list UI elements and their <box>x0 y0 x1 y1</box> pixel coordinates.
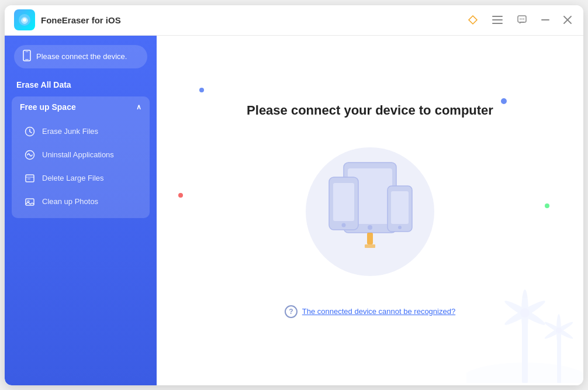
delete-large-icon <box>23 172 36 185</box>
delete-large-label: Delete Large Files <box>42 174 104 182</box>
content-area: Please connect your device to computer <box>157 36 583 385</box>
main-area: Please connect the device. Erase All Dat… <box>5 36 583 385</box>
app-title: FoneEraser for iOS <box>41 15 121 25</box>
svg-point-43 <box>556 327 562 333</box>
svg-point-9 <box>523 19 524 20</box>
svg-marker-2 <box>469 16 477 24</box>
svg-point-25 <box>368 225 372 230</box>
svg-rect-3 <box>492 16 503 17</box>
svg-rect-4 <box>492 19 503 20</box>
app-window: FoneEraser for iOS <box>5 5 583 385</box>
svg-rect-18 <box>26 175 34 182</box>
phone-icon <box>22 50 32 64</box>
app-icon <box>14 9 35 30</box>
menu-button[interactable] <box>490 13 505 26</box>
svg-point-1 <box>23 18 26 22</box>
erase-all-data-label: Erase All Data <box>5 80 157 96</box>
dot-decoration-3 <box>178 193 183 198</box>
help-link[interactable]: The connected device cannot be recognize… <box>302 307 455 316</box>
chevron-up-icon: ∧ <box>136 103 141 111</box>
svg-point-44 <box>466 363 583 383</box>
free-up-space-group: Free up Space ∧ Erase Junk Files <box>12 96 150 218</box>
title-bar-controls <box>465 12 574 27</box>
svg-rect-15 <box>26 51 29 52</box>
svg-point-22 <box>27 201 29 202</box>
help-icon: ? <box>285 305 298 318</box>
connect-button-label: Please connect the device. <box>36 52 127 61</box>
svg-point-38 <box>520 308 530 317</box>
svg-rect-21 <box>26 199 34 205</box>
uninstall-apps-icon <box>23 149 36 161</box>
sidebar-item-delete-large[interactable]: Delete Large Files <box>15 167 146 190</box>
dot-decoration-4 <box>545 203 549 208</box>
svg-point-28 <box>342 223 346 227</box>
dot-decoration-2 <box>501 98 507 104</box>
diamond-button[interactable] <box>465 12 480 27</box>
sidebar-items-list: Erase Junk Files Uninstall Applications <box>12 118 150 218</box>
devices-svg <box>312 154 428 259</box>
svg-point-7 <box>520 19 521 20</box>
free-up-space-label: Free up Space <box>20 102 76 112</box>
svg-rect-30 <box>391 191 409 224</box>
svg-rect-5 <box>492 23 503 24</box>
close-button[interactable] <box>561 13 574 26</box>
minimize-button[interactable] <box>539 17 552 23</box>
free-up-space-header[interactable]: Free up Space ∧ <box>12 96 150 118</box>
sidebar-item-erase-junk[interactable]: Erase Junk Files <box>15 120 146 143</box>
sidebar: Please connect the device. Erase All Dat… <box>5 36 157 385</box>
svg-rect-27 <box>333 183 354 221</box>
dot-decoration-1 <box>199 88 204 92</box>
content-title: Please connect your device to computer <box>247 103 493 118</box>
chat-button[interactable] <box>514 12 530 27</box>
svg-rect-33 <box>365 244 375 248</box>
title-bar-left: FoneEraser for iOS <box>14 9 121 30</box>
bottom-decoration <box>466 289 583 385</box>
erase-junk-label: Erase Junk Files <box>42 127 98 136</box>
svg-rect-14 <box>25 59 29 60</box>
erase-junk-icon <box>23 125 36 138</box>
svg-rect-10 <box>541 19 549 20</box>
svg-point-8 <box>521 19 523 20</box>
sidebar-item-clean-photos[interactable]: Clean up Photos <box>15 190 146 213</box>
device-illustration <box>288 141 452 282</box>
help-link-container: ? The connected device cannot be recogni… <box>285 305 455 318</box>
uninstall-apps-label: Uninstall Applications <box>42 150 114 159</box>
clean-photos-label: Clean up Photos <box>42 197 98 206</box>
clean-photos-icon <box>23 195 36 208</box>
title-bar: FoneEraser for iOS <box>5 5 583 36</box>
connect-device-button[interactable]: Please connect the device. <box>14 45 147 68</box>
svg-rect-32 <box>367 233 373 244</box>
svg-point-31 <box>398 226 402 229</box>
sidebar-item-uninstall-apps[interactable]: Uninstall Applications <box>15 143 146 167</box>
